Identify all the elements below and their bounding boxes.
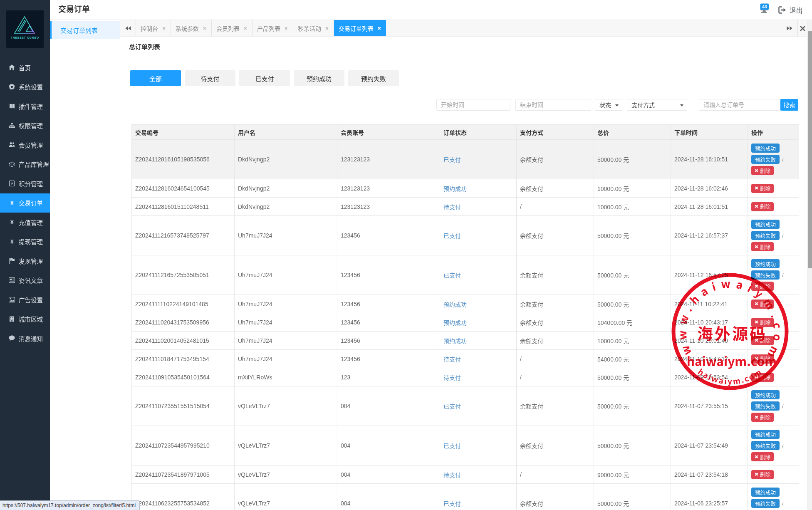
sidebar-item-城市区域[interactable]: 城市区域 — [0, 309, 50, 329]
order-status-cell[interactable]: 已支付 — [440, 140, 517, 179]
order-time-cell: 2024-11-07 23:54:49 — [671, 426, 748, 465]
delete-button[interactable]: ✖删除 — [751, 452, 774, 461]
end-time-input[interactable] — [515, 99, 591, 111]
tab-close-icon[interactable]: ✖ — [162, 26, 166, 31]
reserve-success-button[interactable]: 预约成功 — [751, 220, 780, 229]
column-header-操作: 操作 — [748, 125, 799, 140]
reserve-fail-button[interactable]: 预约失败 — [751, 155, 780, 164]
sidebar-item-提现管理[interactable]: ¥提现管理 — [0, 232, 50, 252]
reserve-success-button[interactable]: 预约成功 — [751, 390, 780, 399]
tab-scroll-left-button[interactable] — [120, 20, 136, 36]
sidebar-item-order-list[interactable]: 交易订单列表 — [50, 21, 120, 39]
filter-待支付[interactable]: 待支付 — [185, 70, 235, 86]
scale-icon — [9, 161, 15, 167]
page-scrollbar[interactable] — [807, 20, 812, 510]
scrollbar-thumb[interactable] — [808, 31, 812, 268]
delete-button[interactable]: ✖删除 — [751, 373, 774, 382]
sidebar-item-label: 充值管理 — [19, 218, 43, 227]
price-cell: 50000.00 元 — [594, 216, 671, 255]
tab-close-icon[interactable]: ✖ — [203, 26, 207, 31]
sidebar-item-交易订单[interactable]: ¥交易订单 — [0, 193, 50, 213]
sidebar-item-首页[interactable]: 首页 — [0, 58, 50, 77]
order-row: Z2024111020014052481015Uh7muJ7J24123456预… — [132, 332, 799, 350]
order-status-cell[interactable]: 待支付 — [440, 368, 517, 386]
tab-系统参数[interactable]: 系统参数✖ — [171, 20, 212, 36]
order-time-cell: 2024-11-12 16:57:25 — [671, 255, 748, 295]
reserve-success-button[interactable]: 预约成功 — [751, 144, 780, 153]
logout-button[interactable]: 退出 — [778, 5, 802, 15]
delete-button[interactable]: ✖删除 — [751, 300, 774, 309]
tab-控制台[interactable]: 控制台✖ — [136, 20, 171, 36]
order-status-cell[interactable]: 待支付 — [440, 465, 517, 484]
order-status-cell[interactable]: 已支付 — [440, 484, 517, 510]
reserve-fail-button[interactable]: 预约失败 — [751, 270, 780, 280]
status-select[interactable]: 状态 — [595, 99, 622, 111]
order-status-cell[interactable]: 已支付 — [440, 386, 517, 426]
sidebar-item-充值管理[interactable]: ¥充值管理 — [0, 213, 50, 232]
tab-close-icon[interactable]: ✖ — [284, 26, 288, 31]
tab-close-icon[interactable]: ✖ — [325, 26, 329, 31]
delete-button[interactable]: ✖删除 — [751, 282, 774, 291]
building-icon — [9, 316, 15, 322]
sidebar-item-广告设置[interactable]: 广告设置 — [0, 290, 50, 309]
reserve-fail-button[interactable]: 预约失败 — [751, 499, 780, 508]
tab-scroll-right-button[interactable] — [781, 20, 797, 37]
account-cell: 004 — [337, 484, 440, 510]
reserve-success-button[interactable]: 预约成功 — [751, 430, 780, 439]
search-toolbar: 状态 支付方式 搜索 — [120, 99, 807, 111]
tab-close-icon[interactable]: ✖ — [243, 26, 248, 31]
order-status-cell[interactable]: 预约成功 — [440, 295, 517, 313]
order-status-cell[interactable]: 预约成功 — [440, 332, 517, 350]
delete-button[interactable]: ✖删除 — [751, 336, 774, 345]
order-status-cell[interactable]: 已支付 — [440, 216, 517, 255]
filter-已支付[interactable]: 已支付 — [239, 70, 290, 86]
delete-button[interactable]: ✖删除 — [751, 470, 774, 479]
sidebar-item-权限管理[interactable]: 权限管理 — [0, 116, 50, 136]
order-status-cell[interactable]: 待支付 — [440, 198, 517, 216]
pay-method-select[interactable]: 支付方式 — [627, 99, 687, 111]
order-status-cell[interactable]: 预约成功 — [440, 179, 517, 198]
order-status-cell[interactable]: 待支付 — [440, 350, 517, 368]
sidebar-item-消息通知[interactable]: 消息通知 — [0, 329, 50, 348]
reserve-success-button[interactable]: 预约成功 — [751, 488, 780, 497]
order-id-cell: Z2024110723544957995210 — [132, 426, 235, 465]
notifications-button[interactable]: 43 — [759, 3, 770, 14]
filter-预约成功[interactable]: 预约成功 — [294, 70, 344, 86]
order-number-input[interactable] — [699, 99, 780, 111]
sidebar-item-产品库管理[interactable]: 产品库管理 — [0, 155, 50, 174]
tab-close-all-button[interactable] — [797, 20, 807, 37]
tab-会员列表[interactable]: 会员列表✖ — [212, 20, 253, 36]
order-status-cell[interactable]: 预约成功 — [440, 313, 517, 332]
reserve-fail-button[interactable]: 预约失败 — [751, 231, 780, 240]
actions-cell: 预约成功预约失败/✖删除 — [748, 426, 799, 465]
sidebar-item-发现管理[interactable]: 发现管理 — [0, 251, 50, 271]
order-id-cell: Z2024111110224149101485 — [132, 295, 235, 313]
delete-button[interactable]: ✖删除 — [751, 242, 774, 251]
tab-产品列表[interactable]: 产品列表✖ — [253, 20, 293, 36]
reserve-success-button[interactable]: 预约成功 — [751, 259, 780, 268]
delete-button[interactable]: ✖删除 — [751, 166, 774, 175]
start-time-input[interactable] — [436, 99, 510, 111]
filter-全部[interactable]: 全部 — [130, 70, 181, 86]
delete-button[interactable]: ✖删除 — [751, 184, 774, 193]
tab-close-icon[interactable]: ✖ — [377, 26, 381, 31]
sidebar-item-插件管理[interactable]: 插件管理 — [0, 97, 50, 116]
order-status-cell[interactable]: 已支付 — [440, 426, 517, 465]
sidebar-item-系统设置[interactable]: 系统设置 — [0, 77, 50, 97]
reserve-fail-button[interactable]: 预约失败 — [751, 401, 780, 411]
delete-button[interactable]: ✖删除 — [751, 354, 774, 364]
actions-cell: ✖删除 — [748, 295, 799, 313]
reserve-fail-button[interactable]: 预约失败 — [751, 441, 780, 450]
sidebar-item-积分管理[interactable]: P积分管理 — [0, 174, 50, 193]
tab-交易订单列表[interactable]: 交易订单列表✖ — [334, 20, 386, 36]
delete-button[interactable]: ✖删除 — [751, 202, 774, 211]
order-id-cell: Z2024111020014052481015 — [132, 332, 235, 350]
delete-button[interactable]: ✖删除 — [751, 318, 774, 327]
sidebar-item-会员管理[interactable]: 会员管理 — [0, 135, 50, 155]
tab-秒杀活动[interactable]: 秒杀活动✖ — [293, 20, 334, 36]
delete-button[interactable]: ✖删除 — [751, 413, 774, 422]
sidebar-item-资讯文章[interactable]: 资讯文章 — [0, 271, 50, 290]
filter-预约失败[interactable]: 预约失败 — [348, 70, 399, 86]
search-button[interactable]: 搜索 — [780, 99, 798, 111]
order-status-cell[interactable]: 已支付 — [440, 255, 517, 295]
